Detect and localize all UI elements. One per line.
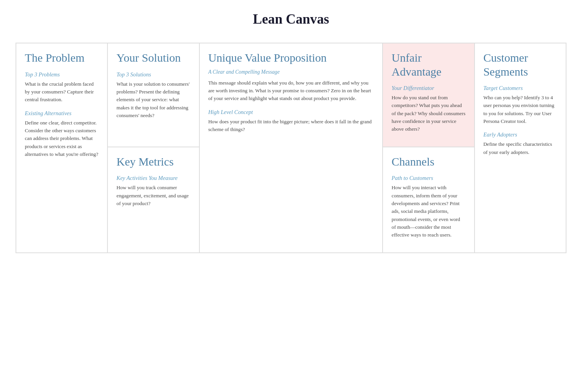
problem-s1-body: What is the crucial problem faced by you… [25,80,99,104]
canvas-grid: The Problem Top 3 Problems What is the c… [16,43,566,253]
uvp-cell: Unique Value Proposition A Clear and Com… [199,43,383,253]
unfair-cell: Unfair Advantage Your Differentiator How… [383,43,474,147]
unfair-heading: Unfair Advantage [391,51,465,79]
metrics-s1-title: Key Activities You Measure [116,175,190,181]
problem-heading: The Problem [25,51,99,65]
solution-s1-body: What is your solution to consumers' prob… [116,80,190,120]
unfair-s1-body: How do you stand out from competitors? W… [391,94,465,133]
metrics-s1-body: How will you track consumer engagement, … [116,184,190,207]
channels-s1-body: How will you interact with consumers, in… [391,184,465,239]
customer-heading: Customer Segments [483,51,557,79]
problem-cell: The Problem Top 3 Problems What is the c… [16,43,107,253]
customer-s2-body: Define the specific characteristics of y… [483,140,557,156]
channels-heading: Channels [391,155,465,169]
uvp-subtitle: A Clear and Compelling Message [208,69,374,75]
uvp-s2-body: How does your product fit into the bigge… [208,118,374,134]
page-title: Lean Canvas [16,12,566,27]
metrics-heading: Key Metrics [116,155,190,169]
channels-cell: Channels Path to Customers How will you … [383,147,474,253]
uvp-s2-title: High Level Concept [208,109,374,116]
customer-s1-body: Who can you help? Identify 3 to 4 user p… [483,94,557,125]
problem-s1-title: Top 3 Problems [25,71,99,78]
metrics-cell: Key Metrics Key Activities You Measure H… [107,147,199,253]
problem-s2-body: Define one clear, direct competitor. Con… [25,119,99,159]
customer-s1-title: Target Customers [483,85,557,92]
solution-cell: Your Solution Top 3 Solutions What is yo… [107,43,199,147]
unfair-s1-title: Your Differentiator [391,85,465,92]
customer-s2-title: Early Adopters [483,131,557,138]
uvp-body: This message should explain what you do,… [208,79,374,103]
customer-cell: Customer Segments Target Customers Who c… [475,43,566,253]
channels-s1-title: Path to Customers [391,175,465,181]
problem-s2-title: Existing Alternatives [25,110,99,117]
solution-s1-title: Top 3 Solutions [116,71,190,78]
uvp-heading: Unique Value Proposition [208,51,374,65]
solution-heading: Your Solution [116,51,190,65]
